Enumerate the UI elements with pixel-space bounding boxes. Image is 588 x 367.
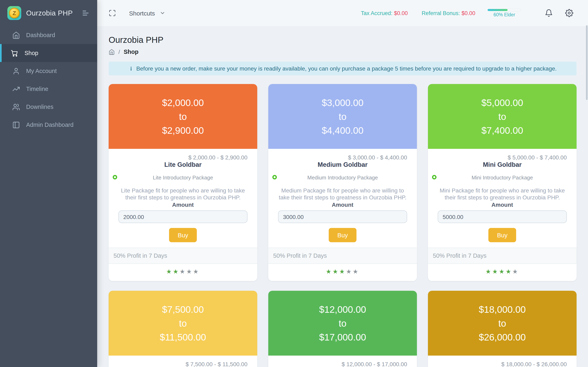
tax-accrued-label: Tax Accrued: — [361, 10, 393, 16]
referral-bonus-label: Referral Bonus: — [422, 10, 460, 16]
brand-logo: Z — [7, 6, 21, 20]
star-icon: ★ — [166, 268, 173, 275]
star-icon: ★ — [186, 268, 193, 275]
fullscreen-icon[interactable] — [109, 9, 116, 17]
banner-max-price: $11,500.00 — [160, 330, 206, 344]
banner-max-price: $26,000.00 — [479, 330, 526, 344]
price-range-text: $ 18,000.00 - $ 26,000.00 — [438, 361, 567, 367]
package-name: Lite Goldbar — [118, 161, 247, 168]
sidebar-item-my-account[interactable]: My Account — [0, 62, 97, 80]
package-name: Medium Goldbar — [278, 161, 407, 168]
info-alert-text: Before you a new order, make sure your m… — [136, 65, 557, 72]
tax-accrued-value: $0.00 — [394, 10, 408, 16]
package-card: $5,000.00 to $7,400.00 $ 5,000.00 - $ 7,… — [428, 84, 577, 281]
package-price-banner: $5,000.00 to $7,400.00 — [428, 84, 577, 149]
package-tier-row: Mini Introductory Package — [438, 175, 567, 181]
page-title: Ourzobia PHP — [109, 35, 577, 45]
rank-progress: 60% Elder — [488, 9, 521, 17]
package-description: Medium Package fit for people who are wi… — [278, 187, 407, 201]
bullet-icon — [113, 175, 117, 179]
referral-bonus-value: $0.00 — [461, 10, 475, 16]
star-icon: ★ — [180, 268, 186, 275]
bullet-icon — [272, 175, 277, 179]
banner-connector: to — [179, 316, 187, 330]
star-icon: ★ — [492, 268, 499, 275]
package-description: Mini Package fit for people who are will… — [438, 187, 567, 201]
sidebar-item-label: Dashboard — [26, 32, 55, 38]
sidebar-item-downlines[interactable]: Downlines — [0, 98, 97, 116]
bullet-icon — [432, 175, 437, 179]
amount-input[interactable] — [278, 210, 407, 223]
banner-connector: to — [179, 109, 187, 123]
scrollbar-thumb[interactable] — [586, 25, 588, 100]
buy-button[interactable]: Buy — [329, 228, 356, 242]
package-price-banner: $3,000.00 to $4,400.00 — [268, 84, 417, 149]
package-price-banner: $12,000.00 to $17,000.00 — [268, 291, 417, 356]
sidebar-item-label: Shop — [25, 50, 38, 56]
referral-bonus-stat: Referral Bonus: $0.00 — [422, 10, 475, 16]
shortcuts-menu[interactable]: Shortcuts — [129, 9, 165, 17]
gear-icon[interactable] — [565, 9, 573, 17]
banner-min-price: $18,000.00 — [479, 302, 526, 316]
sidebar-item-label: My Account — [26, 68, 57, 74]
price-range-text: $ 12,000.00 - $ 17,000.00 — [278, 361, 407, 367]
sidebar-item-label: Timeline — [26, 86, 48, 92]
users-icon — [12, 103, 20, 111]
amount-label: Amount — [278, 201, 407, 208]
banner-connector: to — [339, 316, 346, 330]
banner-min-price: $2,000.00 — [162, 96, 204, 109]
breadcrumb-current: Shop — [124, 49, 139, 55]
sidebar-item-dashboard[interactable]: Dashboard — [0, 26, 97, 44]
sidebar-nav: Dashboard Shop My Account Timeline — [0, 26, 97, 134]
buy-button[interactable]: Buy — [169, 228, 197, 242]
package-card-body: $ 3,000.00 - $ 4,400.00 Medium Goldbar M… — [268, 149, 417, 281]
price-range-text: $ 2,000.00 - $ 2,900.00 — [118, 154, 247, 161]
star-rating: ★★★★★ — [438, 264, 567, 281]
info-alert: Before you a new order, make sure your m… — [109, 62, 577, 75]
banner-max-price: $17,000.00 — [319, 330, 366, 344]
banner-min-price: $7,500.00 — [162, 302, 204, 316]
package-name: Mini Goldbar — [438, 161, 567, 168]
package-description: Lite Package fit for people who are will… — [118, 187, 247, 201]
breadcrumb-home-icon[interactable] — [109, 49, 115, 55]
buy-button[interactable]: Buy — [488, 228, 516, 242]
home-icon — [12, 31, 20, 39]
package-card: $7,500.00 to $11,500.00 $ 7,500.00 - $ 1… — [109, 291, 257, 367]
package-price-banner: $7,500.00 to $11,500.00 — [109, 291, 257, 356]
chevron-down-icon — [160, 10, 165, 16]
brand: Z Ourzobia PHP — [0, 0, 97, 26]
package-tier-row: Lite Introductory Package — [118, 175, 247, 181]
coin-icon: Z — [9, 8, 20, 18]
bell-icon[interactable] — [545, 9, 553, 17]
trending-up-icon — [12, 85, 20, 93]
banner-connector: to — [498, 109, 506, 123]
star-icon: ★ — [333, 268, 339, 275]
package-tier: Lite Introductory Package — [153, 175, 213, 181]
package-tier: Medium Introductory Package — [307, 175, 378, 181]
app-window: Z Ourzobia PHP Dashboard Shop — [0, 0, 588, 367]
amount-label: Amount — [438, 201, 567, 208]
topbar-right: Tax Accrued: $0.00 Referral Bonus: $0.00… — [361, 9, 573, 17]
package-card-body: $ 18,000.00 - $ 26,000.00 Gold Bar — [428, 356, 577, 367]
banner-connector: to — [339, 109, 346, 123]
shortcuts-label: Shortcuts — [129, 9, 155, 17]
star-icon: ★ — [353, 268, 359, 275]
sidebar-toggle-icon[interactable] — [82, 9, 90, 17]
sidebar-item-admin-dashboard[interactable]: Admin Dashboard — [0, 116, 97, 134]
star-icon: ★ — [512, 268, 519, 275]
main-area: Shortcuts Tax Accrued: $0.00 Referral Bo… — [97, 0, 588, 367]
amount-input[interactable] — [118, 210, 247, 223]
package-card-body: $ 2,000.00 - $ 2,900.00 Lite Goldbar Lit… — [109, 149, 257, 281]
sidebar: Z Ourzobia PHP Dashboard Shop — [0, 0, 97, 367]
user-icon — [12, 67, 20, 75]
star-icon: ★ — [346, 268, 353, 275]
sidebar-item-shop[interactable]: Shop — [0, 44, 97, 62]
buy-row: Buy — [438, 228, 567, 242]
star-icon: ★ — [173, 268, 180, 275]
amount-input[interactable] — [438, 210, 567, 223]
package-tier-row: Medium Introductory Package — [278, 175, 407, 181]
sidebar-item-timeline[interactable]: Timeline — [0, 80, 97, 98]
banner-max-price: $7,400.00 — [481, 123, 523, 137]
profit-note: 50% Profit in 7 Days — [428, 248, 577, 264]
info-icon — [129, 66, 133, 71]
